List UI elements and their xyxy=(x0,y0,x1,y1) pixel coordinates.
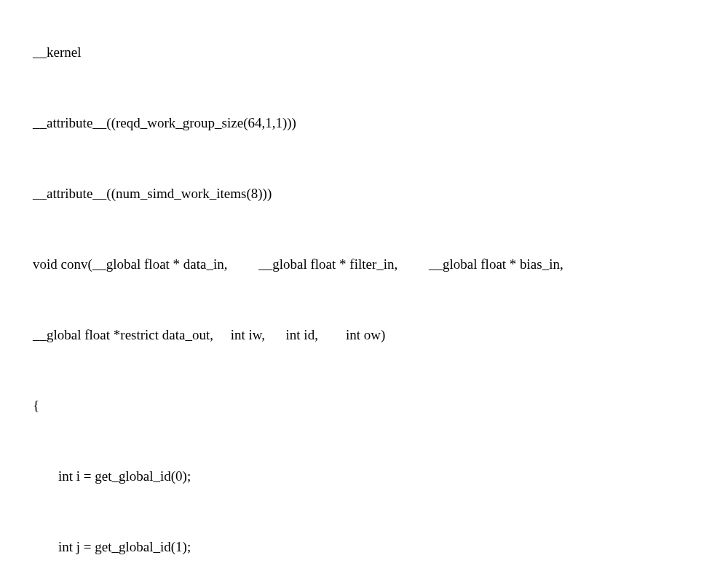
code-line: int j = get_global_id(1); xyxy=(11,530,717,565)
code-line: __attribute__((num_simd_work_items(8))) xyxy=(11,176,717,211)
code-line: __global float *restrict data_out, int i… xyxy=(11,318,717,353)
code-block: __kernel __attribute__((reqd_work_group_… xyxy=(0,0,728,582)
code-line: __kernel xyxy=(11,35,717,70)
code-line: int i = get_global_id(0); xyxy=(11,459,717,494)
code-line: { xyxy=(11,388,717,423)
code-line: __attribute__((reqd_work_group_size(64,1… xyxy=(11,106,717,141)
code-line: void conv(__global float * data_in, __gl… xyxy=(11,247,717,282)
